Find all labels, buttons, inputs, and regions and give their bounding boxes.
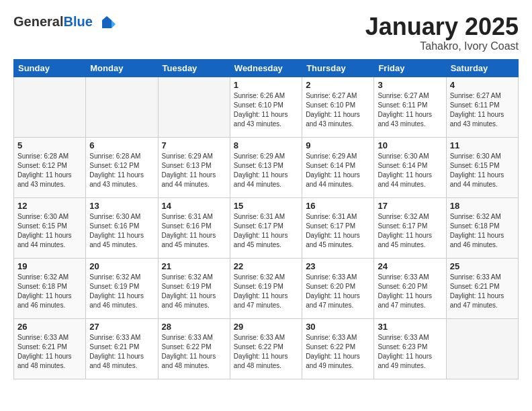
calendar-cell: 6Sunrise: 6:28 AM Sunset: 6:12 PM Daylig… bbox=[86, 137, 158, 197]
calendar-cell bbox=[446, 318, 518, 379]
svg-marker-1 bbox=[112, 20, 116, 28]
day-number: 29 bbox=[234, 322, 298, 332]
weekday-header-monday: Monday bbox=[86, 59, 158, 77]
calendar-week-row: 19Sunrise: 6:32 AM Sunset: 6:18 PM Dayli… bbox=[14, 258, 519, 318]
calendar-cell: 31Sunrise: 6:33 AM Sunset: 6:23 PM Dayli… bbox=[374, 318, 446, 379]
day-info: Sunrise: 6:30 AM Sunset: 6:14 PM Dayligh… bbox=[378, 152, 442, 189]
day-info: Sunrise: 6:29 AM Sunset: 6:14 PM Dayligh… bbox=[306, 152, 370, 189]
day-info: Sunrise: 6:30 AM Sunset: 6:15 PM Dayligh… bbox=[17, 212, 82, 250]
calendar-cell: 10Sunrise: 6:30 AM Sunset: 6:14 PM Dayli… bbox=[374, 137, 446, 197]
day-info: Sunrise: 6:32 AM Sunset: 6:18 PM Dayligh… bbox=[450, 212, 515, 250]
day-number: 21 bbox=[162, 261, 226, 271]
day-info: Sunrise: 6:33 AM Sunset: 6:23 PM Dayligh… bbox=[378, 333, 442, 371]
day-info: Sunrise: 6:28 AM Sunset: 6:12 PM Dayligh… bbox=[89, 152, 154, 189]
day-number: 6 bbox=[89, 140, 154, 150]
day-info: Sunrise: 6:29 AM Sunset: 6:13 PM Dayligh… bbox=[162, 152, 226, 189]
day-info: Sunrise: 6:32 AM Sunset: 6:19 PM Dayligh… bbox=[234, 273, 298, 310]
day-info: Sunrise: 6:33 AM Sunset: 6:22 PM Dayligh… bbox=[306, 333, 370, 371]
logo-text: GeneralBlue bbox=[13, 13, 117, 34]
day-number: 27 bbox=[89, 322, 154, 332]
day-number: 9 bbox=[306, 140, 370, 150]
calendar-cell: 13Sunrise: 6:30 AM Sunset: 6:16 PM Dayli… bbox=[86, 197, 158, 258]
day-info: Sunrise: 6:33 AM Sunset: 6:22 PM Dayligh… bbox=[162, 333, 226, 371]
calendar-table: SundayMondayTuesdayWednesdayThursdayFrid… bbox=[13, 59, 519, 379]
calendar-cell: 9Sunrise: 6:29 AM Sunset: 6:14 PM Daylig… bbox=[302, 137, 374, 197]
calendar-cell: 14Sunrise: 6:31 AM Sunset: 6:16 PM Dayli… bbox=[158, 197, 230, 258]
day-number: 2 bbox=[306, 80, 370, 90]
month-title: January 2025 bbox=[365, 13, 519, 40]
calendar-cell: 16Sunrise: 6:31 AM Sunset: 6:17 PM Dayli… bbox=[302, 197, 374, 258]
day-number: 10 bbox=[378, 140, 442, 150]
day-info: Sunrise: 6:33 AM Sunset: 6:21 PM Dayligh… bbox=[17, 333, 82, 371]
calendar-cell: 4Sunrise: 6:27 AM Sunset: 6:11 PM Daylig… bbox=[446, 77, 518, 137]
day-info: Sunrise: 6:33 AM Sunset: 6:21 PM Dayligh… bbox=[89, 333, 154, 371]
calendar-cell: 20Sunrise: 6:32 AM Sunset: 6:19 PM Dayli… bbox=[86, 258, 158, 318]
day-number: 25 bbox=[450, 261, 515, 271]
day-number: 1 bbox=[234, 80, 298, 90]
day-info: Sunrise: 6:30 AM Sunset: 6:16 PM Dayligh… bbox=[89, 212, 154, 250]
calendar-cell: 17Sunrise: 6:32 AM Sunset: 6:17 PM Dayli… bbox=[374, 197, 446, 258]
svg-marker-0 bbox=[102, 16, 112, 28]
day-info: Sunrise: 6:27 AM Sunset: 6:10 PM Dayligh… bbox=[306, 91, 370, 129]
day-info: Sunrise: 6:29 AM Sunset: 6:13 PM Dayligh… bbox=[234, 152, 298, 189]
day-info: Sunrise: 6:32 AM Sunset: 6:19 PM Dayligh… bbox=[89, 273, 154, 310]
logo-blue: Blue bbox=[63, 14, 92, 29]
calendar-cell: 11Sunrise: 6:30 AM Sunset: 6:15 PM Dayli… bbox=[446, 137, 518, 197]
calendar-week-row: 5Sunrise: 6:28 AM Sunset: 6:12 PM Daylig… bbox=[14, 137, 519, 197]
day-info: Sunrise: 6:32 AM Sunset: 6:19 PM Dayligh… bbox=[162, 273, 226, 310]
day-number: 24 bbox=[378, 261, 442, 271]
calendar-cell: 23Sunrise: 6:33 AM Sunset: 6:20 PM Dayli… bbox=[302, 258, 374, 318]
day-number: 4 bbox=[450, 80, 515, 90]
day-info: Sunrise: 6:27 AM Sunset: 6:11 PM Dayligh… bbox=[378, 91, 442, 129]
calendar-cell: 30Sunrise: 6:33 AM Sunset: 6:22 PM Dayli… bbox=[302, 318, 374, 379]
weekday-header-thursday: Thursday bbox=[302, 59, 374, 77]
calendar-cell: 26Sunrise: 6:33 AM Sunset: 6:21 PM Dayli… bbox=[14, 318, 86, 379]
day-number: 31 bbox=[378, 322, 442, 332]
weekday-header-tuesday: Tuesday bbox=[158, 59, 230, 77]
calendar-cell: 2Sunrise: 6:27 AM Sunset: 6:10 PM Daylig… bbox=[302, 77, 374, 137]
weekday-header-row: SundayMondayTuesdayWednesdayThursdayFrid… bbox=[14, 59, 519, 77]
calendar-cell bbox=[158, 77, 230, 137]
calendar-week-row: 1Sunrise: 6:26 AM Sunset: 6:10 PM Daylig… bbox=[14, 77, 519, 137]
day-number: 12 bbox=[17, 201, 82, 211]
day-number: 16 bbox=[306, 201, 370, 211]
calendar-cell: 25Sunrise: 6:33 AM Sunset: 6:21 PM Dayli… bbox=[446, 258, 518, 318]
calendar-cell: 3Sunrise: 6:27 AM Sunset: 6:11 PM Daylig… bbox=[374, 77, 446, 137]
day-info: Sunrise: 6:31 AM Sunset: 6:17 PM Dayligh… bbox=[234, 212, 298, 250]
day-number: 13 bbox=[89, 201, 154, 211]
calendar-week-row: 26Sunrise: 6:33 AM Sunset: 6:21 PM Dayli… bbox=[14, 318, 519, 379]
calendar-cell bbox=[14, 77, 86, 137]
day-number: 5 bbox=[17, 140, 82, 150]
day-number: 3 bbox=[378, 80, 442, 90]
logo: GeneralBlue bbox=[13, 13, 117, 34]
calendar-cell: 8Sunrise: 6:29 AM Sunset: 6:13 PM Daylig… bbox=[230, 137, 302, 197]
calendar-cell: 5Sunrise: 6:28 AM Sunset: 6:12 PM Daylig… bbox=[14, 137, 86, 197]
day-info: Sunrise: 6:27 AM Sunset: 6:11 PM Dayligh… bbox=[450, 91, 515, 129]
calendar-cell: 21Sunrise: 6:32 AM Sunset: 6:19 PM Dayli… bbox=[158, 258, 230, 318]
weekday-header-saturday: Saturday bbox=[446, 59, 518, 77]
day-number: 15 bbox=[234, 201, 298, 211]
calendar-cell: 24Sunrise: 6:33 AM Sunset: 6:20 PM Dayli… bbox=[374, 258, 446, 318]
day-info: Sunrise: 6:31 AM Sunset: 6:17 PM Dayligh… bbox=[306, 212, 370, 250]
calendar-cell: 27Sunrise: 6:33 AM Sunset: 6:21 PM Dayli… bbox=[86, 318, 158, 379]
calendar-cell: 1Sunrise: 6:26 AM Sunset: 6:10 PM Daylig… bbox=[230, 77, 302, 137]
logo-icon bbox=[97, 13, 117, 34]
day-number: 18 bbox=[450, 201, 515, 211]
day-info: Sunrise: 6:33 AM Sunset: 6:22 PM Dayligh… bbox=[234, 333, 298, 371]
day-number: 26 bbox=[17, 322, 82, 332]
day-number: 17 bbox=[378, 201, 442, 211]
calendar-cell: 19Sunrise: 6:32 AM Sunset: 6:18 PM Dayli… bbox=[14, 258, 86, 318]
weekday-header-friday: Friday bbox=[374, 59, 446, 77]
day-info: Sunrise: 6:26 AM Sunset: 6:10 PM Dayligh… bbox=[234, 91, 298, 129]
day-info: Sunrise: 6:31 AM Sunset: 6:16 PM Dayligh… bbox=[162, 212, 226, 250]
weekday-header-sunday: Sunday bbox=[14, 59, 86, 77]
calendar-cell: 22Sunrise: 6:32 AM Sunset: 6:19 PM Dayli… bbox=[230, 258, 302, 318]
calendar-cell: 28Sunrise: 6:33 AM Sunset: 6:22 PM Dayli… bbox=[158, 318, 230, 379]
day-info: Sunrise: 6:32 AM Sunset: 6:17 PM Dayligh… bbox=[378, 212, 442, 250]
calendar-cell bbox=[86, 77, 158, 137]
day-info: Sunrise: 6:28 AM Sunset: 6:12 PM Dayligh… bbox=[17, 152, 82, 189]
day-number: 11 bbox=[450, 140, 515, 150]
page-header: GeneralBlue January 2025 Tahakro, Ivory … bbox=[13, 13, 519, 52]
weekday-header-wednesday: Wednesday bbox=[230, 59, 302, 77]
day-number: 7 bbox=[162, 140, 226, 150]
